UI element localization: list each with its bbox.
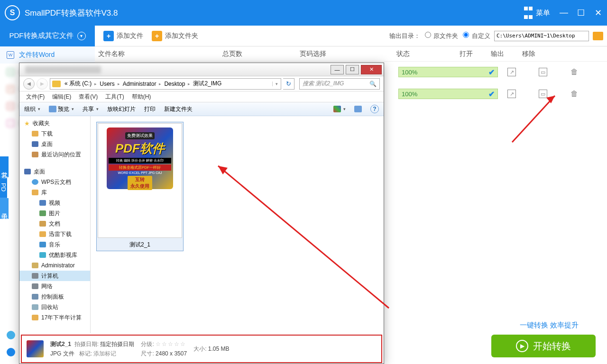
menu-button[interactable]: 菜单: [524, 4, 550, 21]
progress-bar: 100%✔: [398, 67, 498, 77]
dialog-titlebar[interactable]: — ☐ ✕: [19, 63, 384, 76]
sidebar-tab-pdf[interactable]: PD: [0, 177, 7, 198]
tree-wps[interactable]: WPS云文档: [19, 177, 90, 187]
details-pane: 测试2_1 拍摄日期: 指定拍摄日期 JPG 文件 标记: 添加标记 分级: ☆…: [21, 335, 382, 363]
remove-icon[interactable]: 🗑: [570, 90, 579, 98]
chevron-down-icon: ▾: [77, 32, 86, 40]
open-file-icon[interactable]: ↗: [507, 90, 516, 98]
network-icon: [32, 283, 38, 289]
video-icon: [39, 200, 46, 206]
menu-tools[interactable]: 工具(T): [102, 92, 127, 102]
tree-documents[interactable]: 文档: [19, 218, 90, 229]
menu-file[interactable]: 文件(F): [23, 92, 47, 102]
tree-xunlei[interactable]: 迅雷下载: [19, 229, 90, 239]
taskbar-icon-2[interactable]: [7, 348, 15, 356]
progress-bar: 100%✔: [398, 89, 498, 99]
tree-downloads[interactable]: 下载: [19, 128, 90, 139]
output-folder-icon[interactable]: ▭: [539, 68, 547, 76]
share-button[interactable]: 共享: [83, 105, 99, 113]
tree-library[interactable]: 库: [19, 187, 90, 198]
col-sel: 页码选择: [270, 50, 356, 58]
tree-cpanel[interactable]: 控制面板: [19, 291, 90, 302]
breadcrumb[interactable]: « 系统 (C:)▸ Users▸ Administrator▸ Desktop…: [50, 78, 281, 90]
nav-forward-button[interactable]: ►: [37, 78, 48, 90]
tree-desktop[interactable]: 桌面: [19, 139, 90, 149]
preview-pane-button[interactable]: [354, 106, 362, 112]
close-button[interactable]: ✕: [594, 8, 602, 18]
user-icon: [32, 263, 38, 268]
window-controls: — ☐ ✕: [560, 8, 602, 18]
search-icon: 🔍: [369, 81, 377, 87]
menu-view[interactable]: 查看(V): [76, 92, 101, 102]
sidebar-tab-ebook[interactable]: 电子: [0, 198, 9, 219]
sidebar-item-word[interactable]: W 文件转Word: [0, 46, 95, 64]
output-path-input[interactable]: [494, 31, 589, 41]
library-icon: [32, 190, 38, 195]
cpanel-icon: [32, 294, 38, 300]
rating-stars[interactable]: ☆☆☆☆☆: [156, 341, 186, 347]
nav-back-button[interactable]: ◄: [23, 78, 35, 90]
dialog-minimize-button[interactable]: —: [331, 65, 344, 74]
tree-music[interactable]: 音乐: [19, 239, 90, 250]
sidebar-tab-other[interactable]: 其它: [0, 156, 9, 177]
organize-button[interactable]: 组织: [24, 105, 40, 113]
new-folder-button[interactable]: 新建文件夹: [164, 105, 193, 113]
outdir-custom-radio[interactable]: 自定义: [462, 32, 490, 40]
desktop-icon: [24, 169, 31, 174]
remove-icon[interactable]: 🗑: [570, 68, 579, 76]
thumbnail-image: 免费测试效果 PDF软件 转换 编辑 拆分 合并 解密 去水印 转换全格式原PD…: [98, 123, 182, 238]
menu-edit[interactable]: 编辑(E): [49, 92, 74, 102]
minimize-button[interactable]: —: [560, 8, 568, 18]
pane-icon: [354, 106, 362, 112]
maximize-button[interactable]: ☐: [577, 8, 585, 18]
tree-favorites[interactable]: ★收藏夹: [19, 118, 90, 128]
dialog-close-button[interactable]: ✕: [361, 65, 382, 74]
open-file-icon[interactable]: ↗: [507, 68, 516, 76]
outdir-src-radio[interactable]: 原文件夹: [424, 32, 459, 40]
tree-youku[interactable]: 优酷影视库: [19, 250, 90, 260]
promo-text: 一键转换 效率提升: [520, 321, 579, 330]
tree-computer[interactable]: 计算机: [19, 271, 90, 281]
tree-admin[interactable]: Administrator: [19, 260, 90, 271]
col-status: 状态: [356, 50, 451, 58]
check-icon: ✔: [488, 90, 495, 99]
file-thumbnail[interactable]: 免费测试效果 PDF软件 转换 编辑 拆分 合并 解密 去水印 转换全格式原PD…: [96, 122, 184, 251]
search-input[interactable]: 搜索 测试2_IMG 🔍: [299, 78, 380, 90]
add-folder-button[interactable]: + 添加文件夹: [152, 31, 198, 41]
explorer-menu: 文件(F) 编辑(E) 查看(V) 工具(T) 帮助(H): [19, 91, 384, 102]
file-grid[interactable]: 免费测试效果 PDF软件 转换 编辑 拆分 合并 解密 去水印 转换全格式原PD…: [91, 116, 384, 333]
menu-help[interactable]: 帮助(H): [129, 92, 154, 102]
tree-desktop2[interactable]: 桌面: [19, 166, 90, 177]
tree-network[interactable]: 网络: [19, 281, 90, 291]
taskbar-icon-1[interactable]: [7, 331, 15, 339]
explorer-body: ★收藏夹 下载 桌面 最近访问的位置 桌面 WPS云文档 库 视频 图片 文档 …: [19, 116, 384, 333]
tree-recycle[interactable]: 回收站: [19, 302, 90, 312]
folder-icon: [32, 131, 38, 136]
preview-button[interactable]: 预览: [49, 105, 74, 113]
print-button[interactable]: 打印: [144, 105, 156, 113]
view-mode-button[interactable]: [333, 106, 346, 112]
word-icon: W: [7, 51, 14, 59]
picture-icon: [39, 210, 46, 216]
dialog-maximize-button[interactable]: ☐: [346, 65, 359, 74]
help-button[interactable]: ?: [370, 105, 379, 113]
cloud-icon: [32, 179, 38, 185]
doc-icon: P: [7, 85, 14, 93]
toolbar: PDF转换成其它文件 ▾ + 添加文件 + 添加文件夹 输出目录： 原文件夹 自…: [0, 26, 607, 46]
tree-video[interactable]: 视频: [19, 198, 90, 208]
category-selector[interactable]: PDF转换成其它文件 ▾: [0, 26, 95, 46]
plus-icon: +: [152, 31, 162, 41]
start-convert-button[interactable]: ▶ 开始转换: [491, 335, 596, 357]
tree-recent[interactable]: 最近访问的位置: [19, 149, 90, 160]
add-file-button[interactable]: + 添加文件: [103, 31, 143, 41]
output-folder-icon[interactable]: ▭: [539, 90, 547, 98]
plus-icon: +: [103, 31, 114, 41]
doc-icon: I: [7, 119, 14, 127]
tree-plan[interactable]: 17年下半年计算: [19, 312, 90, 323]
refresh-button[interactable]: ↻: [283, 78, 294, 90]
tree-pictures[interactable]: 图片: [19, 208, 90, 218]
file-row: 100%✔ ↗ ▭ 🗑: [398, 88, 579, 100]
doc-icon: [39, 221, 46, 227]
browse-folder-icon[interactable]: [593, 32, 603, 40]
slideshow-button[interactable]: 放映幻灯片: [107, 105, 136, 113]
